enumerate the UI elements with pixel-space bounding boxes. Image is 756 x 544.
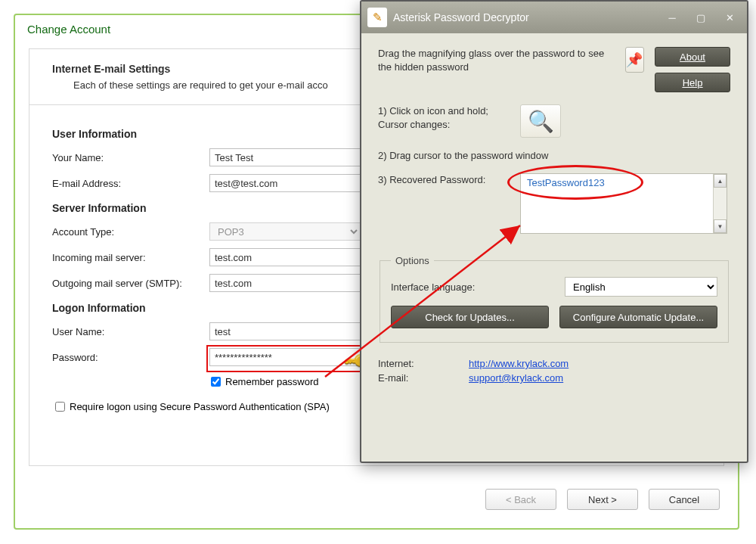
next-button[interactable]: Next > [567,489,638,510]
maximize-icon[interactable]: ▢ [689,10,712,25]
close-icon[interactable]: ✕ [718,10,741,25]
step2-text: 2) Drag cursor to the password window [378,150,548,161]
remember-password-checkbox[interactable] [211,377,221,387]
step3-label: 3) Recovered Password: [378,173,507,187]
recovered-password-value: TestPassword123 [527,177,605,188]
label-username: User Name: [52,326,209,337]
row-internet: Internet: http://www.krylack.com [378,358,730,369]
label-your-name: Your Name: [52,152,209,163]
password-field[interactable] [209,348,361,366]
scroll-up-icon[interactable]: ▲ [714,174,727,188]
label-spa: Require logon using Secure Password Auth… [70,401,330,412]
app-icon: ✎ [367,8,387,27]
options-buttons: Check for Updates... Configure Automatic… [391,306,717,328]
options-group: Options Interface language: English Chec… [380,255,729,343]
about-label: About [680,51,705,63]
pin-icon: 📌 [626,51,643,68]
username-field[interactable] [209,322,361,340]
title-bar-text: Asterisk Password Decryptor [393,11,655,23]
label-account-type: Account Type: [52,226,209,238]
email-link[interactable]: support@krylack.com [469,372,563,384]
scrollbar[interactable]: ▲ ▼ [713,174,727,233]
label-internet: Internet: [378,358,469,369]
magnifier-icon: 🔍 [528,109,554,134]
recovered-password-box[interactable]: TestPassword123 ▲ ▼ [520,173,727,234]
label-outgoing: Outgoing mail server (SMTP): [52,278,209,289]
configure-updates-button[interactable]: Configure Automatic Update... [559,306,717,328]
links-section: Internet: http://www.krylack.com E-mail:… [378,358,730,384]
outgoing-server-field[interactable] [209,274,361,292]
label-language: Interface language: [391,281,565,293]
options-legend: Options [391,255,434,266]
label-password: Password: [52,352,209,363]
your-name-field[interactable] [209,148,361,166]
incoming-server-field[interactable] [209,248,361,266]
internet-link[interactable]: http://www.krylack.com [469,358,569,369]
instructions-text: Drag the magnifying glass over the passw… [378,47,615,73]
label-incoming: Incoming mail server: [52,252,209,263]
label-remember: Remember password [225,376,319,387]
decryptor-window: ✎ Asterisk Password Decryptor ─ ▢ ✕ Drag… [360,0,748,463]
pin-button[interactable]: 📌 [625,47,644,73]
step-2: 2) Drag cursor to the password window [378,150,730,161]
row-language: Interface language: English [391,277,717,297]
top-row: Drag the magnifying glass over the passw… [378,47,730,92]
pencil-icon: ✎ [373,11,383,24]
account-type-select[interactable]: POP3 [209,222,361,241]
wizard-buttons: < Back Next > Cancel [485,489,720,510]
cancel-button[interactable]: Cancel [649,489,720,510]
spa-checkbox[interactable] [55,402,65,412]
row-email-link: E-mail: support@krylack.com [378,372,730,384]
back-button[interactable]: < Back [485,489,556,510]
help-button[interactable]: Help [655,73,730,92]
minimize-icon[interactable]: ─ [661,10,683,25]
about-button[interactable]: About [655,47,730,67]
side-buttons: About Help [655,47,730,92]
magnifier-drag-handle[interactable]: 🔍 [520,104,561,138]
password-wrap: 🔑 [209,348,368,366]
label-email: E-mail Address: [52,178,209,189]
step-1: 1) Click on icon and hold; Cursor change… [378,104,730,138]
title-bar[interactable]: ✎ Asterisk Password Decryptor ─ ▢ ✕ [361,2,747,33]
scroll-down-icon[interactable]: ▼ [714,219,727,233]
language-select[interactable]: English [565,277,717,297]
step1-text: 1) Click on icon and hold; Cursor change… [378,104,507,131]
step-3: 3) Recovered Password: TestPassword123 ▲… [378,173,730,234]
label-email-link: E-mail: [378,372,469,384]
help-label: Help [683,77,703,89]
check-updates-button[interactable]: Check for Updates... [391,306,549,328]
decryptor-body: Drag the magnifying glass over the passw… [361,33,747,399]
email-field[interactable] [209,174,361,192]
